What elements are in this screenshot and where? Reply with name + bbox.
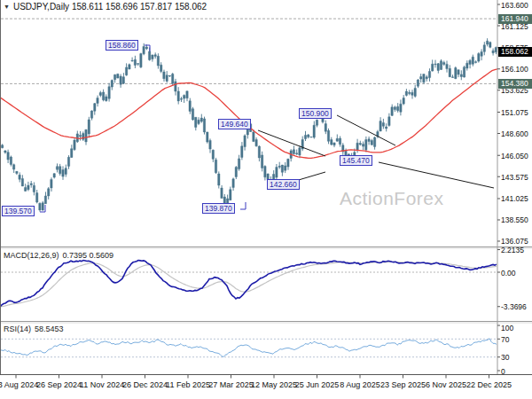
chart-window: ▼ USDJPY,Daily 158.611 158.696 157.817 1… (0, 0, 532, 399)
price-axis-label: 163.600 (501, 1, 528, 10)
price-axis-label: 151.075 (501, 108, 528, 117)
price-axis-label: 141.025 (501, 194, 528, 203)
price-axis-label: 138.550 (501, 215, 528, 224)
swing-price-label[interactable]: 145.470 (340, 155, 372, 166)
price-label-connector (240, 202, 246, 209)
rsi-axis-label: 70 (501, 335, 509, 344)
price-axis-label: 148.600 (501, 129, 528, 138)
symbol-ohlc-title: USDJPY,Daily 158.611 158.696 157.817 158… (13, 2, 207, 12)
current-price-tag: 158.062 (498, 47, 532, 57)
swing-price-label[interactable]: 158.860 (106, 40, 138, 51)
chart-canvas[interactable] (0, 0, 532, 399)
swing-price-label[interactable]: 149.640 (218, 119, 251, 129)
macd-axis-label: 0.00 (501, 269, 516, 278)
price-axis-label: 143.575 (501, 173, 528, 182)
date-axis-label: 6 Nov 2025 (426, 380, 466, 389)
date-axis-label: 25 Jun 2025 (295, 380, 340, 389)
date-axis-label: 8 Aug 2025 (340, 380, 380, 389)
trendline[interactable] (379, 162, 494, 188)
rsi-name: RSI(14) (4, 325, 31, 333)
swing-price-label[interactable]: 142.660 (267, 179, 300, 190)
date-axis-label: 13 Aug 2024 (0, 380, 38, 389)
price-level-tag: 154.380 (498, 79, 532, 89)
price-axis-label: 146.050 (501, 152, 528, 160)
date-axis-label: 22 Dec 2025 (466, 380, 512, 389)
rsi-indicator-label: RSI(14)58.5453 (4, 325, 64, 333)
rsi-axis-label: 100 (501, 324, 513, 332)
swing-price-label[interactable]: 139.570 (2, 206, 35, 216)
date-axis-label: 12 May 2025 (251, 380, 297, 389)
date-axis-label: 11 Feb 2025 (166, 380, 210, 389)
macd-axis-label: -3.3696 (501, 302, 527, 311)
macd-indicator-label: MACD(12,26,9)0.7395 0.5609 (4, 251, 113, 260)
date-axis-label: 23 Sep 2025 (380, 380, 426, 389)
price-axis-label: 136.075 (501, 237, 528, 246)
rsi-axis-label: 30 (501, 353, 509, 362)
price-axis-label: 156.100 (501, 65, 528, 74)
symbol-dropdown-icon[interactable]: ▼ (4, 4, 10, 10)
macd-main-line (0, 261, 497, 307)
swing-price-label[interactable]: 150.900 (299, 108, 332, 119)
macd-axis-label: 2.2135 (501, 246, 524, 254)
rsi-line (0, 339, 497, 357)
macd-values: 0.7395 0.5609 (63, 251, 114, 260)
date-axis-label: 26 Dec 2024 (122, 380, 168, 389)
date-axis-label: 27 Mar 2025 (208, 380, 254, 389)
rsi-value: 58.5453 (35, 325, 64, 333)
actionforex-watermark: ActionForex (340, 188, 444, 209)
macd-signal-line (0, 262, 497, 307)
date-axis-label: 11 Nov 2024 (80, 380, 124, 389)
chart-title-bar: ▼ USDJPY,Daily 158.611 158.696 157.817 1… (4, 2, 207, 12)
price-level-tag: 161.940 (498, 14, 532, 24)
macd-name: MACD(12,26,9) (4, 251, 59, 260)
swing-price-label[interactable]: 139.870 (202, 203, 235, 214)
date-axis-label: 26 Sep 2024 (36, 380, 82, 389)
rsi-axis-label: 0 (501, 367, 505, 376)
